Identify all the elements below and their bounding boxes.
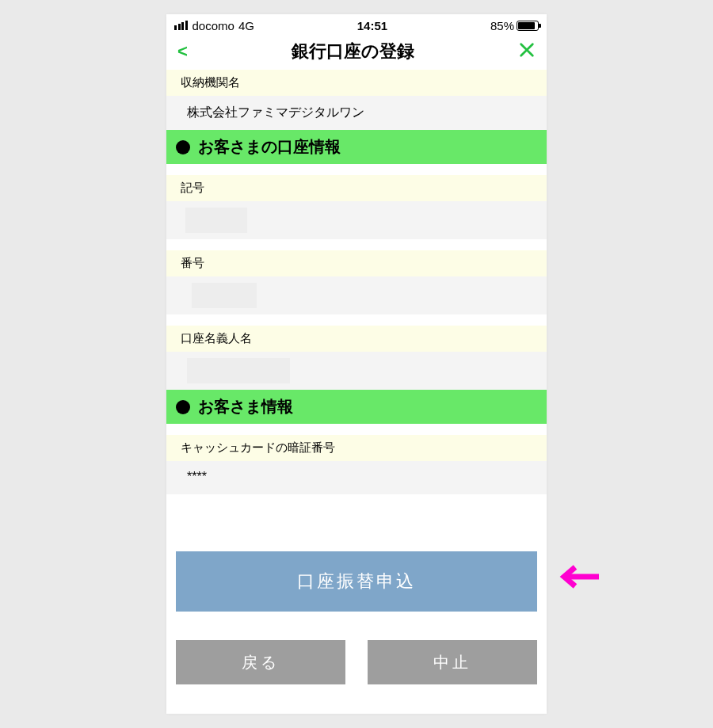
bullet-icon: [176, 140, 190, 154]
page-title: 銀行口座の登録: [188, 40, 518, 63]
hint-arrow-icon: [556, 562, 601, 594]
section-customer-title: お客さま情報: [198, 396, 293, 417]
kigo-label: 記号: [166, 175, 547, 201]
pin-field[interactable]: ****: [166, 461, 547, 494]
submit-button[interactable]: 口座振替申込: [176, 551, 537, 612]
nav-header: < 銀行口座の登録: [166, 36, 547, 70]
kigo-field[interactable]: [166, 201, 547, 239]
cancel-button[interactable]: 中止: [368, 640, 537, 684]
holder-field[interactable]: [166, 352, 547, 390]
close-icon: [518, 41, 536, 59]
network-label: 4G: [238, 19, 254, 32]
signal-bars-icon: [174, 21, 188, 30]
bango-label: 番号: [166, 250, 547, 276]
carrier-label: docomo: [193, 19, 234, 32]
org-name-label: 収納機関名: [166, 70, 547, 96]
bullet-icon: [176, 400, 190, 414]
section-account-info: お客さまの口座情報: [166, 130, 547, 164]
close-button[interactable]: [518, 41, 536, 62]
back-step-button[interactable]: 戻る: [176, 640, 345, 684]
status-time: 14:51: [357, 19, 387, 32]
holder-label: 口座名義人名: [166, 326, 547, 352]
battery-icon: [517, 21, 539, 31]
phone-screen: docomo 4G 14:51 85% < 銀行口座の登録 収納機関名 株式会社…: [166, 14, 547, 714]
bango-field[interactable]: [166, 276, 547, 314]
section-customer-info: お客さま情報: [166, 390, 547, 424]
status-bar: docomo 4G 14:51 85%: [166, 14, 547, 36]
section-account-title: お客さまの口座情報: [198, 136, 341, 158]
pin-label: キャッシュカードの暗証番号: [166, 435, 547, 461]
back-button[interactable]: <: [177, 41, 188, 62]
bottom-button-row: 戻る 中止: [176, 640, 537, 684]
battery-pct: 85%: [490, 19, 514, 32]
org-name-value: 株式会社ファミマデジタルワン: [166, 96, 547, 130]
